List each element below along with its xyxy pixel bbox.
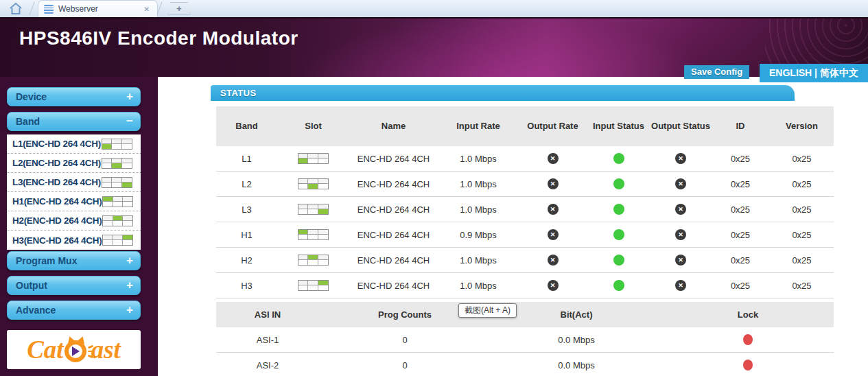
band-item-label: H1(ENC-HD 264 4CH): [12, 196, 102, 207]
status-ok-icon: [613, 204, 624, 215]
input-rate-cell: 1.0 Mbps: [438, 179, 519, 189]
sidebar-item-advance[interactable]: Advance +: [7, 301, 141, 320]
sidebar-item-device[interactable]: Device +: [7, 87, 141, 106]
error-cross-icon: [675, 280, 686, 291]
table-row-l2: L2 ENC-HD 264 4CH 1.0 Mbps 0x25 0x25: [216, 172, 834, 197]
slot-grid-icon: [298, 204, 329, 215]
sidebar-item-band-h2[interactable]: H2(ENC-HD 264 4CH): [7, 211, 141, 231]
sidebar-item-band-h3[interactable]: H3(ENC-HD 264 4CH): [7, 231, 141, 250]
error-cross-icon: [548, 178, 559, 189]
asi-status-table: ASI IN Prog Counts Bit(Act) Lock ASI-1 0…: [216, 302, 834, 376]
tab-divider: [29, 1, 34, 15]
expand-icon: +: [126, 252, 133, 270]
screenshot-tooltip: 截图(Alt + A): [458, 303, 517, 318]
band-cell: H1: [216, 230, 277, 240]
table-row-asi-1: ASI-1 0 0.0 Mbps: [216, 327, 834, 353]
id-cell: 0x25: [711, 281, 770, 291]
band-item-label: L3(ENC-HD 264 4CH): [12, 177, 101, 187]
sidebar-item-band-l2[interactable]: L2(ENC-HD 264 4CH): [7, 154, 141, 173]
tab-title: Webserver: [58, 4, 142, 14]
slot-cell: [277, 204, 349, 215]
sidebar-item-band-l1[interactable]: L1(ENC-HD 264 4CH): [7, 134, 141, 154]
input-rate-cell: 1.0 Mbps: [438, 204, 519, 215]
error-cross-icon: [675, 178, 686, 189]
sidebar-item-band-h1[interactable]: H1(ENC-HD 264 4CH): [7, 192, 141, 211]
col-header-name: Name: [349, 121, 438, 132]
slot-grid-icon: [298, 229, 329, 240]
name-cell: ENC-HD 264 4CH: [349, 255, 438, 266]
asi-name-cell: ASI-2: [216, 360, 319, 371]
error-cross-icon: [675, 204, 686, 215]
sidebar-item-label: Band: [16, 116, 40, 127]
prog-counts-cell: 0: [319, 360, 491, 371]
status-panel-title: STATUS: [211, 85, 795, 101]
band-item-label: H2(ENC-HD 264 4CH): [12, 215, 102, 226]
error-cross-icon: [675, 153, 686, 164]
error-cross-icon: [675, 229, 686, 240]
slot-grid-icon: [102, 235, 133, 246]
output-rate-cell: [519, 229, 587, 240]
id-cell: 0x25: [711, 255, 770, 266]
sidebar-item-band[interactable]: Band −: [7, 112, 141, 131]
input-status-cell: [587, 229, 650, 240]
id-cell: 0x25: [711, 154, 770, 164]
tab-close-icon[interactable]: ✕: [142, 4, 152, 14]
sidebar-item-output[interactable]: Output +: [7, 276, 141, 295]
output-status-cell: [650, 153, 711, 164]
page-favicon: [44, 5, 54, 14]
sidebar-item-band-l3[interactable]: L3(ENC-HD 264 4CH): [7, 173, 141, 192]
input-status-cell: [587, 178, 650, 189]
sidebar-item-program-mux[interactable]: Program Mux +: [7, 251, 141, 270]
col-header-output-status: Output Status: [650, 121, 711, 132]
play-icon: [72, 346, 80, 356]
sidebar-item-label: Output: [16, 280, 47, 291]
input-status-cell: [587, 153, 650, 164]
error-cross-icon: [548, 255, 559, 266]
input-rate-cell: 1.0 Mbps: [438, 255, 519, 266]
page-title: HPS846IV Encoder Modulator: [19, 27, 298, 49]
version-cell: 0x25: [770, 179, 834, 189]
new-tab-button[interactable]: +: [167, 2, 191, 15]
cat-head-icon: [64, 338, 91, 362]
slot-grid-icon: [298, 280, 329, 291]
table-row-h2: H2 ENC-HD 264 4CH 1.0 Mbps 0x25 0x25: [216, 248, 834, 273]
slot-cell: [277, 178, 349, 189]
home-icon[interactable]: [8, 1, 23, 16]
slot-grid-icon: [102, 215, 133, 226]
expand-icon: +: [126, 88, 133, 106]
slot-cell: [277, 153, 349, 164]
slot-grid-icon: [102, 177, 132, 188]
lock-red-icon: [743, 334, 753, 345]
browser-tab-webserver[interactable]: Webserver ✕: [38, 0, 158, 17]
input-status-cell: [587, 204, 650, 215]
id-cell: 0x25: [711, 204, 770, 215]
asi-table-header: ASI IN Prog Counts Bit(Act) Lock: [216, 302, 834, 327]
table-row-l3: L3 ENC-HD 264 4CH 1.0 Mbps 0x25 0x25: [216, 197, 834, 222]
band-item-label: L2(ENC-HD 264 4CH): [12, 158, 101, 168]
output-rate-cell: [519, 255, 587, 266]
col-header-version: Version: [770, 121, 834, 132]
slot-grid-icon: [298, 153, 329, 164]
asi-name-cell: ASI-1: [216, 335, 319, 345]
logo-text-cat: Cat: [27, 337, 63, 362]
slot-grid-icon: [102, 196, 133, 207]
error-cross-icon: [548, 280, 559, 291]
col-header-input-rate: Input Rate: [438, 121, 519, 132]
input-rate-cell: 1.0 Mbps: [438, 281, 519, 291]
save-config-button[interactable]: Save Config: [684, 65, 749, 79]
band-cell: L2: [216, 179, 277, 189]
col-header-lock: Lock: [662, 309, 834, 320]
sidebar: Device + Band − L1(ENC-HD 264 4CH) L2(EN…: [0, 77, 158, 376]
output-rate-cell: [519, 178, 587, 189]
expand-icon: +: [126, 277, 133, 294]
slot-grid-icon: [102, 158, 132, 169]
lock-status-cell: [662, 360, 834, 371]
bit-act-cell: 0.0 Mbps: [491, 360, 662, 371]
band-cell: L3: [216, 204, 277, 215]
input-rate-cell: 0.9 Mbps: [438, 230, 519, 240]
lock-status-cell: [662, 334, 834, 345]
sidebar-item-label: Advance: [16, 305, 56, 316]
band-submenu: L1(ENC-HD 264 4CH) L2(ENC-HD 264 4CH) L3…: [7, 134, 141, 250]
band-table-header: Band Slot Name Input Rate Output Rate In…: [216, 106, 834, 146]
language-switcher[interactable]: ENGLISH | 简体中文: [760, 64, 868, 82]
